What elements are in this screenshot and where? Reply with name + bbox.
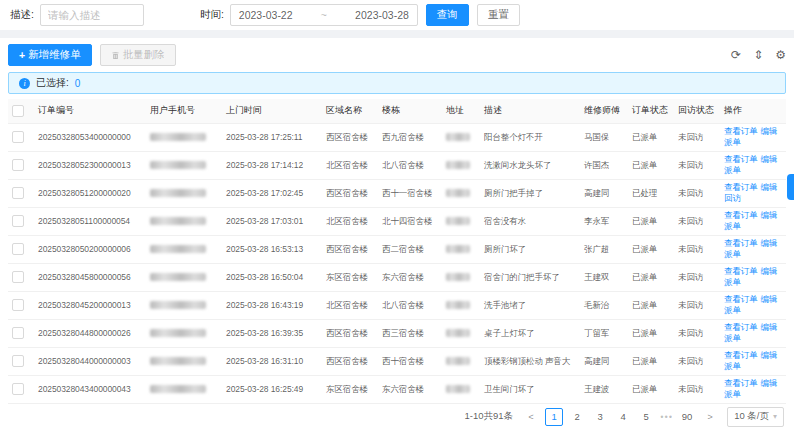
row-checkbox[interactable] [12,299,24,311]
visit-time-cell: 2025-03-28 17:02:45 [222,179,322,207]
prev-page-button[interactable]: < [522,408,540,426]
address-redacted-blur [446,273,470,281]
phone-redacted-blur [150,217,206,225]
action-link[interactable]: 编辑 [761,322,778,332]
action-link[interactable]: 派单 [724,249,741,259]
page-button-1[interactable]: 1 [545,408,563,426]
page-button-5[interactable]: 5 [637,408,655,426]
page-button-4[interactable]: 4 [614,408,632,426]
page-button-2[interactable]: 2 [568,408,586,426]
next-page-button[interactable]: > [701,408,719,426]
settings-icon[interactable]: ⚙ [775,49,786,61]
repair-order-admin-page: { "colors": { "primary": "#1890ff", "sel… [0,0,794,429]
action-link[interactable]: 编辑 [761,210,778,220]
description-cell: 阳台整个灯不开 [480,123,580,151]
action-link[interactable]: 查看订单 [724,294,758,304]
master-cell: 毛新治 [580,291,628,319]
pagination-ellipsis[interactable]: ••• [660,411,673,422]
col-visit-status: 回访状态 [674,99,720,123]
page-button-3[interactable]: 3 [591,408,609,426]
action-link[interactable]: 查看订单 [724,350,758,360]
action-link[interactable]: 查看订单 [724,154,758,164]
date-range-picker[interactable]: 2023-03-22 ~ 2023-03-28 [230,4,418,26]
density-icon[interactable]: ⇕ [753,49,763,61]
action-link[interactable]: 派单 [724,277,741,287]
action-link[interactable]: 派单 [724,165,741,175]
building-cell: 西十宿舍楼 [378,347,442,375]
master-cell: 许国杰 [580,151,628,179]
action-link[interactable]: 查看订单 [724,378,758,388]
action-link[interactable]: 查看订单 [724,322,758,332]
area-cell: 北区宿舍楼 [322,151,378,179]
action-link[interactable]: 查看订单 [724,210,758,220]
floating-handle[interactable] [787,174,794,200]
action-link[interactable]: 派单 [724,221,741,231]
page-button-last[interactable]: 90 [678,408,696,426]
order-status-cell: 已派单 [628,235,674,263]
actions-cell: 查看订单编辑派单 [720,207,786,235]
action-link[interactable]: 派单 [724,389,741,399]
orders-table: 订单编号 用户手机号 上门时间 区域名称 楼栋 地址 描述 维修师傅 订单状态 … [8,99,786,404]
action-link[interactable]: 派单 [724,361,741,371]
action-link[interactable]: 查看订单 [724,238,758,248]
pagination-total: 1-10共91条 [465,410,514,423]
batch-delete-label: 批量删除 [123,48,165,62]
action-link[interactable]: 编辑 [761,350,778,360]
date-start-value[interactable]: 2023-03-22 [239,9,293,21]
col-building: 楼栋 [378,99,442,123]
action-link[interactable]: 回访 [724,193,741,203]
address-redacted-blur [446,357,470,365]
reset-button[interactable]: 重置 [477,4,520,26]
row-checkbox[interactable] [12,131,24,143]
building-cell: 西三宿舍楼 [378,319,442,347]
visit-time-cell: 2025-03-28 17:14:12 [222,151,322,179]
table-row: 20250328053400000000 2025-03-28 17:25:11… [8,123,786,151]
action-link[interactable]: 派单 [724,333,741,343]
info-icon: i [19,78,30,89]
row-checkbox[interactable] [12,159,24,171]
search-button[interactable]: 查询 [426,4,469,26]
reload-icon[interactable]: ⟳ [731,49,741,61]
action-link[interactable]: 编辑 [761,182,778,192]
action-link[interactable]: 派单 [724,137,741,147]
order-status-cell: 已处理 [628,179,674,207]
action-link[interactable]: 派单 [724,305,741,315]
action-link[interactable]: 编辑 [761,266,778,276]
action-link[interactable]: 查看订单 [724,126,758,136]
action-link[interactable]: 查看订单 [724,266,758,276]
row-checkbox[interactable] [12,355,24,367]
action-link[interactable]: 编辑 [761,154,778,164]
col-master: 维修师傅 [580,99,628,123]
row-checkbox[interactable] [12,187,24,199]
action-link[interactable]: 编辑 [761,378,778,388]
table-body: 20250328053400000000 2025-03-28 17:25:11… [8,123,786,403]
date-end-value[interactable]: 2023-03-28 [355,9,409,21]
row-checkbox[interactable] [12,271,24,283]
select-all-checkbox[interactable] [12,105,24,117]
order-no-cell: 20250328051100000054 [34,207,146,235]
visit-time-cell: 2025-03-28 16:31:10 [222,347,322,375]
description-input[interactable] [40,4,144,26]
add-repair-order-button[interactable]: + 新增维修单 [8,44,92,66]
action-link[interactable]: 编辑 [761,294,778,304]
page-size-select[interactable]: 10 条/页 ▾ [727,407,784,427]
row-checkbox[interactable] [12,243,24,255]
action-link[interactable]: 编辑 [761,238,778,248]
plus-icon: + [19,49,25,61]
row-checkbox[interactable] [12,383,24,395]
phone-redacted-blur [150,301,206,309]
building-cell: 北八宿舍楼 [378,151,442,179]
action-link[interactable]: 查看订单 [724,182,758,192]
row-checkbox[interactable] [12,327,24,339]
address-redacted-blur [446,133,470,141]
pagination: 1-10共91条 < 12345 ••• 90 > 10 条/页 ▾ [8,404,786,429]
table-row: 20250328051100000054 2025-03-28 17:03:01… [8,207,786,235]
order-status-cell: 已派单 [628,151,674,179]
table-row: 20250328045800000056 2025-03-28 16:50:04… [8,263,786,291]
order-status-cell: 已派单 [628,291,674,319]
date-range-separator: ~ [321,9,327,21]
row-checkbox[interactable] [12,215,24,227]
selected-count: 0 [75,78,81,89]
action-link[interactable]: 编辑 [761,126,778,136]
batch-delete-button[interactable]: 批量删除 [100,44,176,66]
